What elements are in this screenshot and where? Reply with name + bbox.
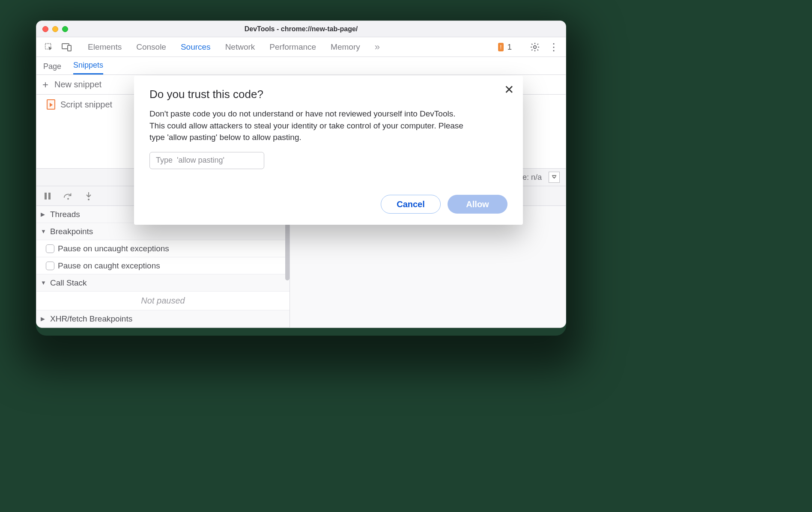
coverage-dropdown-icon[interactable] xyxy=(549,172,560,183)
chevron-right-icon: ▶ xyxy=(41,211,47,217)
chevron-down-icon: ▼ xyxy=(41,280,47,286)
traffic-lights xyxy=(42,26,68,32)
devtools-window: DevTools - chrome://new-tab-page/ Elemen… xyxy=(36,21,566,328)
tab-sources[interactable]: Sources xyxy=(181,42,211,52)
chevron-right-icon: ▶ xyxy=(41,316,47,322)
svg-rect-4 xyxy=(45,193,47,199)
warning-badge-icon[interactable]: ! xyxy=(498,43,504,51)
chevron-down-icon: ▼ xyxy=(41,228,47,235)
tab-performance[interactable]: Performance xyxy=(269,42,316,52)
dialog-title: Do you trust this code? xyxy=(149,88,508,101)
snippet-file-icon xyxy=(47,99,55,110)
settings-gear-icon[interactable] xyxy=(530,42,540,52)
section-call-stack-label: Call Stack xyxy=(50,278,87,288)
checkbox-icon[interactable] xyxy=(46,244,54,253)
svg-rect-5 xyxy=(48,193,51,199)
window-titlebar: DevTools - chrome://new-tab-page/ xyxy=(36,21,566,37)
checkbox-icon[interactable] xyxy=(46,262,54,270)
section-threads-label: Threads xyxy=(50,210,80,219)
call-stack-not-paused: Not paused xyxy=(36,292,290,310)
dialog-close-icon[interactable]: ✕ xyxy=(502,83,515,97)
step-into-icon[interactable] xyxy=(84,191,94,201)
svg-rect-2 xyxy=(68,45,71,51)
tab-network[interactable]: Network xyxy=(225,42,255,52)
device-toggle-icon[interactable] xyxy=(61,42,72,53)
new-snippet-label: New snippet xyxy=(54,80,102,89)
subtab-page[interactable]: Page xyxy=(43,62,61,74)
window-zoom-button[interactable] xyxy=(62,26,68,32)
cancel-button[interactable]: Cancel xyxy=(381,195,441,214)
pause-caught-label: Pause on caught exceptions xyxy=(58,261,160,271)
pause-icon[interactable] xyxy=(42,191,53,201)
allow-button[interactable]: Allow xyxy=(448,195,508,214)
tab-memory[interactable]: Memory xyxy=(331,42,360,52)
section-xhr-breakpoints[interactable]: ▶ XHR/fetch Breakpoints xyxy=(36,310,290,327)
window-close-button[interactable] xyxy=(42,26,48,32)
svg-point-7 xyxy=(88,199,90,200)
plus-icon: + xyxy=(42,80,48,90)
window-title: DevTools - chrome://new-tab-page/ xyxy=(245,25,358,33)
tab-elements[interactable]: Elements xyxy=(88,42,122,52)
inspect-element-icon[interactable] xyxy=(43,42,54,53)
window-minimize-button[interactable] xyxy=(52,26,58,32)
trust-code-dialog: ✕ Do you trust this code? Don't paste co… xyxy=(134,76,523,225)
section-call-stack[interactable]: ▼ Call Stack xyxy=(36,274,290,292)
tab-console[interactable]: Console xyxy=(136,42,166,52)
checkbox-pause-caught[interactable]: Pause on caught exceptions xyxy=(36,257,290,274)
step-over-icon[interactable] xyxy=(63,191,73,201)
sources-subtabs: Page Snippets xyxy=(36,57,566,75)
section-breakpoints[interactable]: ▼ Breakpoints xyxy=(36,223,290,240)
subtab-snippets[interactable]: Snippets xyxy=(73,61,103,74)
allow-pasting-input[interactable] xyxy=(149,152,264,169)
tabs-overflow-icon[interactable]: » xyxy=(375,42,380,53)
svg-point-3 xyxy=(534,45,536,48)
dialog-body: Don't paste code you do not understand o… xyxy=(149,108,471,143)
svg-point-6 xyxy=(67,198,69,199)
section-breakpoints-label: Breakpoints xyxy=(50,227,93,236)
section-xhr-label: XHR/fetch Breakpoints xyxy=(50,314,132,324)
kebab-menu-icon[interactable]: ⋮ xyxy=(549,45,559,50)
pause-uncaught-label: Pause on uncaught exceptions xyxy=(58,244,169,253)
snippet-item-label: Script snippet xyxy=(60,100,112,110)
warning-count: 1 xyxy=(507,42,512,52)
checkbox-pause-uncaught[interactable]: Pause on uncaught exceptions xyxy=(36,240,290,257)
devtools-tab-strip: Elements Console Sources Network Perform… xyxy=(36,37,566,57)
